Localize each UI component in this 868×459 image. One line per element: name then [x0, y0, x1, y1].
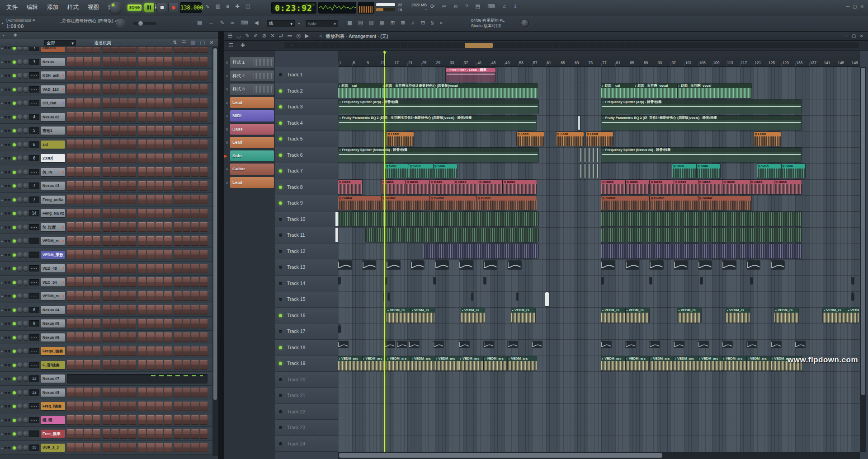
track-mute-led[interactable]	[279, 186, 282, 189]
playlist-clip[interactable]: ⊟Solo	[697, 164, 721, 178]
channel-name-button[interactable]: cubass	[41, 47, 65, 52]
playlist-clip[interactable]: ⊟Lead	[387, 132, 414, 146]
channel-name-button[interactable]: F_音/独奏	[41, 361, 65, 369]
step-cell[interactable]	[174, 57, 182, 66]
playlist-clip[interactable]	[771, 341, 781, 348]
channel-volume-knob[interactable]	[23, 183, 28, 188]
step-cell[interactable]	[75, 195, 83, 204]
playlist-clip[interactable]: ⊟Bass	[750, 180, 774, 194]
step-cell[interactable]	[200, 388, 208, 397]
download-icon[interactable]: ⇓	[513, 4, 518, 9]
step-cell[interactable]	[103, 181, 110, 191]
step-cell[interactable]	[67, 429, 75, 439]
step-cell[interactable]	[93, 236, 100, 246]
step-cell[interactable]	[120, 388, 127, 397]
step-cell[interactable]	[174, 181, 182, 191]
step-cell[interactable]	[120, 195, 127, 204]
step-cell[interactable]	[111, 443, 119, 452]
step-cell[interactable]	[191, 126, 199, 136]
channel-pan-knob[interactable]	[17, 431, 23, 436]
playlist-clip[interactable]: ⊟Solo	[782, 164, 806, 178]
more-icon[interactable]: »	[439, 20, 442, 26]
step-cell[interactable]	[103, 57, 110, 66]
playlist-track-header[interactable]: Track 12	[275, 244, 338, 260]
step-cell[interactable]	[200, 333, 208, 342]
channel-pan-knob[interactable]	[17, 335, 23, 340]
channel-target-number[interactable]: ---	[29, 417, 39, 423]
step-cell[interactable]	[138, 154, 146, 163]
step-cell[interactable]	[128, 181, 136, 191]
playlist-clip[interactable]	[434, 276, 436, 284]
step-cell[interactable]	[111, 347, 119, 356]
step-cell[interactable]	[103, 222, 110, 232]
playlist-clip[interactable]: ▸VEDM_rs	[678, 308, 702, 323]
step-cell[interactable]	[147, 388, 155, 397]
wave-icon[interactable]: ∿	[205, 4, 210, 9]
channel-led-icon[interactable]	[8, 392, 10, 394]
playlist-clip[interactable]	[601, 276, 604, 284]
channel-volume-knob[interactable]	[23, 155, 28, 161]
step-cell[interactable]	[84, 140, 92, 149]
step-cell[interactable]	[191, 333, 199, 342]
step-cell[interactable]	[93, 222, 100, 232]
channel-led-icon[interactable]	[8, 254, 10, 256]
step-cell[interactable]	[147, 319, 155, 328]
channel-caret-icon[interactable]: ▸	[1, 446, 3, 450]
pause-button[interactable]	[144, 3, 155, 12]
channel-mute-led[interactable]	[13, 446, 16, 450]
step-cell[interactable]	[183, 57, 190, 66]
channel-led-icon[interactable]	[8, 337, 10, 339]
step-cell[interactable]	[191, 415, 199, 425]
step-cell[interactable]	[164, 291, 172, 301]
channel-pan-knob[interactable]	[17, 280, 23, 285]
step-cell[interactable]	[147, 250, 155, 259]
typing-icon[interactable]: ⌨	[241, 20, 248, 26]
channel-pan-knob[interactable]	[17, 390, 23, 395]
channel-caret-icon[interactable]: ▸	[1, 281, 3, 285]
channel-name-button[interactable]: Freq_/独奏	[41, 402, 65, 410]
channel-led-icon[interactable]	[5, 447, 7, 449]
step-cell[interactable]	[183, 319, 190, 328]
channel-caret-icon[interactable]: ▸	[1, 432, 3, 436]
step-cell[interactable]	[75, 71, 83, 80]
step-cell[interactable]	[128, 222, 136, 232]
empty-step-area[interactable]	[67, 374, 208, 384]
playlist-clip[interactable]	[338, 261, 352, 269]
step-cell[interactable]	[84, 126, 92, 136]
step-cell[interactable]	[93, 154, 100, 163]
channel-volume-knob[interactable]	[23, 390, 28, 395]
playlist-clip[interactable]: ◇Frequency Splitter (Nexus #8) - 静音/独奏	[601, 148, 802, 162]
channel-led-icon[interactable]	[8, 199, 10, 201]
channel-name-button[interactable]: Nexus #8	[41, 389, 65, 397]
channel-name-button[interactable]: 何_IN✚	[41, 168, 65, 176]
channel-volume-knob[interactable]	[23, 362, 28, 368]
step-cell[interactable]	[138, 333, 146, 342]
step-cell[interactable]	[147, 347, 155, 356]
playlist-clip[interactable]	[626, 261, 639, 269]
track-mute-led[interactable]	[279, 378, 282, 381]
channel-target-number[interactable]: ---	[29, 224, 39, 230]
playlist-clip[interactable]: ⊟Guitar	[476, 196, 537, 211]
step-cell[interactable]	[128, 319, 136, 328]
playlist-clip[interactable]	[722, 261, 736, 269]
channel-caret-icon[interactable]: ▸	[1, 143, 3, 147]
playlist-track-header[interactable]: Track 1	[275, 67, 338, 83]
step-cell[interactable]	[191, 305, 199, 314]
step-cell[interactable]	[103, 167, 110, 177]
step-cell[interactable]	[164, 112, 172, 122]
step-cell[interactable]	[156, 388, 163, 397]
channel-volume-knob[interactable]	[23, 114, 28, 120]
step-cell[interactable]	[164, 47, 172, 53]
step-cell[interactable]	[147, 429, 155, 439]
step-cell[interactable]	[84, 236, 92, 246]
scrollbar-handle[interactable]	[339, 453, 662, 458]
playlist-clip[interactable]: ⊟Bass	[698, 180, 722, 194]
step-cell[interactable]	[120, 305, 127, 314]
channel-pan-knob[interactable]	[17, 307, 23, 313]
step-cell[interactable]	[174, 277, 182, 287]
step-cell[interactable]	[191, 443, 199, 452]
channel-target-number[interactable]: 7	[29, 183, 39, 189]
step-cell[interactable]	[75, 277, 83, 287]
channel-name-button[interactable]: 233Dj	[41, 154, 65, 162]
picker-item-label[interactable]: 样式 1	[230, 57, 274, 68]
